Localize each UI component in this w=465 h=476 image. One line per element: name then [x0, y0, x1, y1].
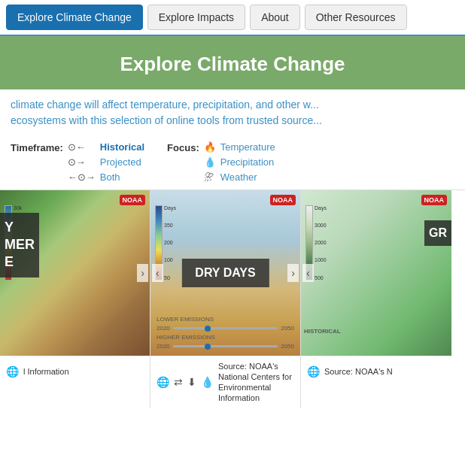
slider-row-1: LOWER EMISSIONS	[157, 316, 294, 323]
card1-footer-text: l Information	[23, 366, 69, 377]
cards-container: 30k Y MER E NOAA › 🌐 l Information	[0, 189, 465, 408]
timeframe-label: Timeframe:	[11, 141, 63, 153]
slider-thumb-1	[205, 326, 211, 332]
filter-both[interactable]: Both	[100, 171, 144, 184]
header-banner: Explore Climate Change	[0, 36, 465, 89]
map3-hist-label: HISTORICAL	[304, 328, 341, 335]
card2-footer-text: Source: NOAA's National Centers for Envi…	[218, 361, 294, 404]
card3-globe-icon: 🌐	[307, 365, 320, 377]
intro-line1: climate change will affect temperature, …	[11, 99, 319, 111]
map2-sliders: LOWER EMISSIONS 2020 2050 HIGHER EMISSIO…	[157, 316, 294, 350]
filter-row: Timeframe: ⊙← ⊙→ ←⊙→ Historical Projecte…	[0, 135, 465, 189]
card-3-footer: 🌐 Source: NOAA's N	[301, 356, 451, 387]
card-1: 30k Y MER E NOAA › 🌐 l Information	[0, 190, 150, 408]
map2-legend-labels: Days 350 200 100 50	[164, 205, 176, 280]
temperature-icon: 🔥	[204, 141, 216, 154]
focus-label: Focus:	[167, 141, 199, 153]
slider-thumb-2	[205, 344, 211, 350]
card2-globe-icon: 🌐	[157, 376, 169, 388]
slider-row-2: 2020 2050	[157, 325, 294, 332]
nav-about[interactable]: About	[250, 5, 300, 30]
projected-icon: ⊙→	[68, 156, 96, 169]
card-3: Days 3000 2000 1000 500 GR NOAA HISTORIC…	[301, 190, 451, 408]
precipitation-icon: 💧	[204, 156, 216, 169]
card-3-map: Days 3000 2000 1000 500 GR NOAA HISTORIC…	[301, 190, 451, 356]
card3-footer-text: Source: NOAA's N	[324, 366, 393, 377]
map1-badge: NOAA	[120, 195, 146, 205]
card-2: Days 350 200 100 50 DRY DAYS NOAA ‹ › LO…	[150, 190, 301, 408]
card-1-map: 30k Y MER E NOAA ›	[0, 190, 150, 356]
slider-track-2[interactable]	[173, 345, 278, 347]
filter-temperature[interactable]: Temperature	[220, 141, 275, 154]
card2-drop-icon: 💧	[201, 376, 214, 388]
timeframe-filter: Timeframe: ⊙← ⊙→ ←⊙→ Historical Projecte…	[11, 141, 144, 185]
both-icon: ←⊙→	[68, 171, 96, 184]
card-1-footer: 🌐 l Information	[0, 356, 150, 387]
focus-filter: Focus: 🔥 💧 ⛈ Temperature Precipitation W…	[167, 141, 275, 185]
timeframe-icons: ⊙← ⊙→ ←⊙→	[68, 141, 96, 185]
slider-track-1[interactable]	[173, 327, 278, 329]
map1-nav-right[interactable]: ›	[137, 264, 148, 282]
map1-bg: 30k Y MER E NOAA ›	[0, 190, 150, 356]
map2-nav-left[interactable]: ‹	[152, 264, 163, 282]
map1-overlay-text: Y MER E	[0, 213, 39, 277]
intro-line2: ecosystems with this selection of online…	[11, 114, 322, 126]
historical-icon: ⊙←	[68, 141, 96, 154]
card1-globe-icon: 🌐	[6, 365, 19, 377]
card-2-footer: 🌐 ⇄ ⬇ 💧 Source: NOAA's National Centers …	[150, 356, 300, 408]
filter-historical[interactable]: Historical	[100, 141, 144, 154]
card2-map-label: DRY DAYS	[181, 259, 269, 287]
focus-items: Temperature Precipitation Weather	[220, 141, 275, 185]
card2-arrows-icon: ⇄	[174, 376, 183, 388]
map3-badge: NOAA	[421, 195, 448, 205]
map2-bg: Days 350 200 100 50 DRY DAYS NOAA ‹ › LO…	[150, 190, 300, 356]
map3-overlay-text: GR	[424, 220, 451, 246]
map2-badge: NOAA	[270, 195, 296, 205]
nav-bar: Explore Climate Change Explore Impacts A…	[0, 0, 465, 36]
weather-icon: ⛈	[204, 171, 216, 184]
map2-nav-right[interactable]: ›	[287, 264, 299, 282]
page-title: Explore Climate Change	[8, 53, 457, 76]
intro-text: climate change will affect temperature, …	[0, 89, 465, 135]
card2-download-icon: ⬇	[187, 376, 196, 388]
nav-explore-climate[interactable]: Explore Climate Change	[6, 5, 143, 30]
filter-projected[interactable]: Projected	[100, 156, 144, 169]
card-2-map: Days 350 200 100 50 DRY DAYS NOAA ‹ › LO…	[150, 190, 300, 356]
map3-nav-left[interactable]: ‹	[302, 264, 314, 282]
nav-explore-impacts[interactable]: Explore Impacts	[147, 5, 245, 30]
nav-other-resources[interactable]: Other Resources	[305, 5, 407, 30]
filter-weather[interactable]: Weather	[220, 171, 275, 184]
slider-row-4: 2020 2050	[157, 343, 294, 350]
focus-icons: 🔥 💧 ⛈	[204, 141, 216, 185]
timeframe-items: Historical Projected Both	[100, 141, 144, 185]
slider-row-3: HIGHER EMISSIONS	[157, 334, 294, 341]
map3-legend-labels: Days 3000 2000 1000 500	[315, 205, 327, 280]
map3-bg: Days 3000 2000 1000 500 GR NOAA HISTORIC…	[301, 190, 451, 356]
filter-precipitation[interactable]: Precipitation	[220, 156, 275, 169]
